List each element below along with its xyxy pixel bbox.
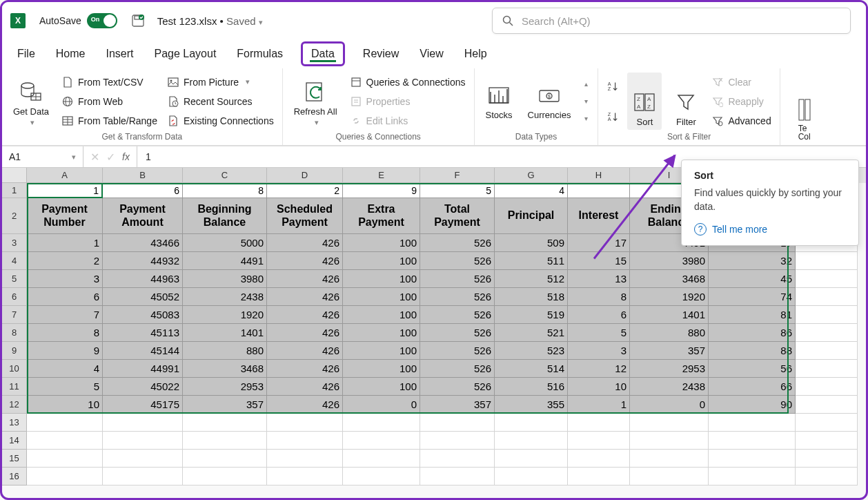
col-header[interactable]: B — [103, 168, 183, 183]
cell[interactable] — [420, 414, 495, 432]
cell[interactable] — [630, 450, 709, 468]
cell[interactable]: 516 — [495, 378, 568, 396]
cell[interactable]: 3980 — [183, 270, 267, 288]
cell[interactable]: 357 — [420, 396, 495, 414]
cell[interactable] — [183, 414, 267, 432]
cell[interactable]: 426 — [267, 396, 343, 414]
cell[interactable] — [420, 432, 495, 450]
sort-desc-button[interactable]: ZA — [605, 108, 620, 126]
cell[interactable]: 526 — [420, 324, 495, 342]
cell[interactable]: 45083 — [103, 306, 183, 324]
cell[interactable] — [183, 450, 267, 468]
cell[interactable]: 1 — [27, 234, 103, 252]
toggle-switch[interactable]: On — [87, 13, 117, 28]
col-header[interactable]: A — [27, 168, 103, 183]
cell[interactable]: 426 — [267, 252, 343, 270]
cell[interactable] — [796, 270, 858, 288]
cell[interactable] — [796, 450, 858, 468]
cell[interactable]: 6 — [27, 288, 103, 306]
row-header[interactable]: 5 — [2, 270, 27, 288]
cell[interactable] — [796, 288, 858, 306]
cell[interactable] — [103, 450, 183, 468]
cell[interactable] — [343, 432, 420, 450]
cell[interactable]: Payment Amount — [103, 198, 183, 234]
cell[interactable]: 100 — [343, 270, 420, 288]
row-header[interactable]: 12 — [2, 396, 27, 414]
search-input[interactable]: Search (Alt+Q) — [492, 8, 851, 34]
cell[interactable] — [630, 414, 709, 432]
cell[interactable]: 512 — [495, 270, 568, 288]
cell[interactable]: 426 — [267, 288, 343, 306]
cell[interactable] — [568, 468, 630, 485]
cell[interactable] — [796, 468, 858, 485]
cell[interactable] — [27, 468, 103, 485]
scroll-down-icon[interactable]: ▾ — [584, 97, 588, 105]
cell[interactable]: 6 — [568, 306, 630, 324]
cell[interactable] — [267, 414, 343, 432]
cell[interactable] — [343, 468, 420, 485]
menu-insert[interactable]: Insert — [103, 42, 136, 66]
filter-button[interactable]: Filter — [669, 73, 703, 130]
cell[interactable] — [568, 183, 630, 198]
cell[interactable]: 4 — [495, 183, 568, 198]
cell[interactable]: 523 — [495, 342, 568, 360]
cell[interactable] — [420, 468, 495, 485]
cell[interactable]: 45144 — [103, 342, 183, 360]
advanced-button[interactable]: Advanced — [710, 112, 772, 130]
row-header[interactable]: 9 — [2, 342, 27, 360]
cell[interactable]: 1401 — [183, 324, 267, 342]
cell[interactable]: 426 — [267, 378, 343, 396]
menu-page-layout[interactable]: Page Layout — [151, 42, 219, 66]
cell[interactable]: 45022 — [103, 378, 183, 396]
cell[interactable] — [183, 432, 267, 450]
cell[interactable] — [27, 414, 103, 432]
row-header[interactable]: 3 — [2, 234, 27, 252]
cell[interactable] — [796, 378, 858, 396]
row-header[interactable]: 15 — [2, 450, 27, 468]
cell[interactable]: 426 — [267, 270, 343, 288]
cell[interactable] — [267, 468, 343, 485]
cell[interactable]: 518 — [495, 288, 568, 306]
cell[interactable] — [796, 396, 858, 414]
row-header[interactable]: 2 — [2, 198, 27, 234]
cell[interactable]: Interest — [568, 198, 630, 234]
cell[interactable]: 43466 — [103, 234, 183, 252]
cell[interactable]: 1 — [568, 396, 630, 414]
cell[interactable] — [267, 450, 343, 468]
cell[interactable]: 5 — [27, 378, 103, 396]
row-header[interactable]: 6 — [2, 288, 27, 306]
cell[interactable]: 1920 — [183, 306, 267, 324]
fx-icon[interactable]: fx — [122, 151, 130, 162]
cell[interactable]: 526 — [420, 378, 495, 396]
cell[interactable]: 5 — [568, 324, 630, 342]
formula-bar[interactable]: 1 — [137, 151, 159, 162]
col-header[interactable]: C — [183, 168, 267, 183]
cell[interactable]: 0 — [343, 396, 420, 414]
cell[interactable]: 100 — [343, 342, 420, 360]
cell[interactable] — [343, 414, 420, 432]
cell[interactable]: 9 — [27, 342, 103, 360]
cell[interactable] — [495, 432, 568, 450]
cell[interactable]: 44963 — [103, 270, 183, 288]
cell[interactable]: 511 — [495, 252, 568, 270]
cell[interactable]: 9 — [343, 183, 420, 198]
col-header[interactable]: H — [568, 168, 630, 183]
cell[interactable] — [103, 468, 183, 485]
cell[interactable]: 1 — [27, 183, 103, 198]
cell[interactable]: 8 — [183, 183, 267, 198]
cell[interactable] — [630, 468, 709, 485]
cell[interactable] — [267, 432, 343, 450]
cell[interactable]: 86 — [709, 324, 796, 342]
cell[interactable] — [709, 432, 796, 450]
existing-connections-button[interactable]: Existing Connections — [166, 112, 275, 130]
cancel-icon[interactable]: ✕ — [90, 151, 99, 164]
cell[interactable]: 100 — [343, 252, 420, 270]
from-picture-button[interactable]: From Picture▾ — [166, 73, 275, 91]
cell[interactable]: 56 — [709, 360, 796, 378]
cell[interactable]: 880 — [630, 324, 709, 342]
recent-sources-button[interactable]: Recent Sources — [166, 93, 275, 110]
tell-me-more-link[interactable]: ? Tell me more — [694, 223, 846, 235]
row-header[interactable]: 14 — [2, 432, 27, 450]
cell[interactable]: 357 — [183, 396, 267, 414]
cell[interactable] — [796, 342, 858, 360]
